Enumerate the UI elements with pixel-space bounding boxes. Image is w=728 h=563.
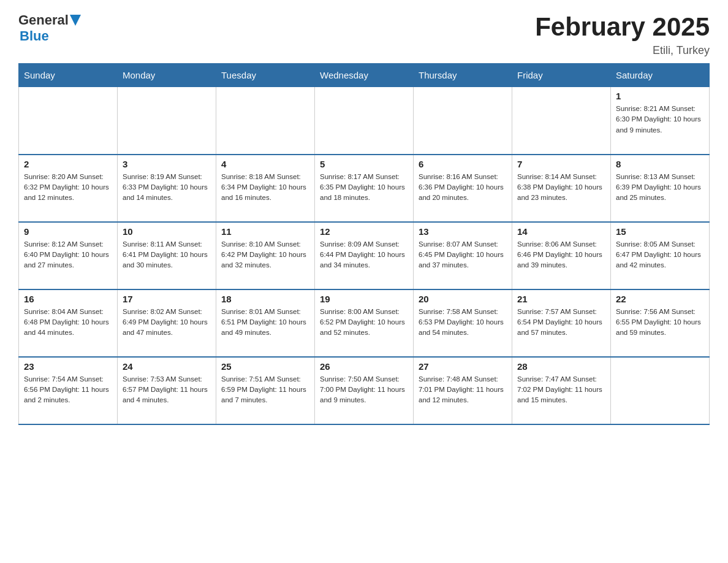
logo-general-text: General	[18, 12, 69, 28]
day-number: 20	[419, 294, 507, 304]
calendar-day-cell: 11Sunrise: 8:10 AM Sunset: 6:42 PM Dayli…	[216, 222, 315, 289]
day-info: Sunrise: 7:48 AM Sunset: 7:01 PM Dayligh…	[419, 374, 507, 406]
day-number: 27	[419, 361, 507, 372]
day-number: 6	[419, 159, 507, 169]
day-info: Sunrise: 7:56 AM Sunset: 6:55 PM Dayligh…	[616, 307, 704, 339]
day-number: 5	[320, 159, 408, 169]
day-info: Sunrise: 7:47 AM Sunset: 7:02 PM Dayligh…	[517, 374, 605, 406]
calendar-day-cell: 8Sunrise: 8:13 AM Sunset: 6:39 PM Daylig…	[611, 155, 710, 222]
day-number: 26	[320, 361, 408, 372]
calendar-day-cell: 9Sunrise: 8:12 AM Sunset: 6:40 PM Daylig…	[19, 222, 118, 289]
weekday-header-friday: Friday	[512, 64, 611, 87]
calendar-day-cell: 14Sunrise: 8:06 AM Sunset: 6:46 PM Dayli…	[512, 222, 611, 289]
weekday-header-saturday: Saturday	[611, 64, 710, 87]
day-info: Sunrise: 8:01 AM Sunset: 6:51 PM Dayligh…	[221, 307, 309, 339]
day-info: Sunrise: 8:21 AM Sunset: 6:30 PM Dayligh…	[616, 104, 704, 136]
calendar-day-cell: 7Sunrise: 8:14 AM Sunset: 6:38 PM Daylig…	[512, 155, 611, 222]
day-number: 10	[123, 226, 211, 237]
day-number: 14	[517, 226, 605, 237]
location-label: Etili, Turkey	[535, 44, 710, 57]
day-info: Sunrise: 8:11 AM Sunset: 6:41 PM Dayligh…	[123, 239, 211, 271]
day-info: Sunrise: 8:09 AM Sunset: 6:44 PM Dayligh…	[320, 239, 408, 271]
calendar-day-cell: 4Sunrise: 8:18 AM Sunset: 6:34 PM Daylig…	[216, 155, 315, 222]
calendar-day-cell	[216, 87, 315, 155]
weekday-header-thursday: Thursday	[414, 64, 512, 87]
logo-arrow-icon	[70, 15, 81, 26]
day-info: Sunrise: 8:07 AM Sunset: 6:45 PM Dayligh…	[419, 239, 507, 271]
calendar-day-cell: 18Sunrise: 8:01 AM Sunset: 6:51 PM Dayli…	[216, 289, 315, 357]
day-number: 21	[517, 294, 605, 304]
calendar-day-cell: 27Sunrise: 7:48 AM Sunset: 7:01 PM Dayli…	[414, 357, 512, 424]
calendar-day-cell: 17Sunrise: 8:02 AM Sunset: 6:49 PM Dayli…	[118, 289, 216, 357]
title-section: February 2025 Etili, Turkey	[535, 12, 710, 57]
calendar-day-cell: 19Sunrise: 8:00 AM Sunset: 6:52 PM Dayli…	[315, 289, 414, 357]
calendar-day-cell	[414, 87, 512, 155]
logo-blue-text: Blue	[20, 28, 49, 44]
day-number: 7	[517, 159, 605, 169]
calendar-day-cell: 26Sunrise: 7:50 AM Sunset: 7:00 PM Dayli…	[315, 357, 414, 424]
calendar-day-cell	[611, 357, 710, 424]
day-number: 2	[24, 159, 112, 169]
weekday-header-row: SundayMondayTuesdayWednesdayThursdayFrid…	[19, 64, 710, 87]
calendar-day-cell: 24Sunrise: 7:53 AM Sunset: 6:57 PM Dayli…	[118, 357, 216, 424]
calendar-day-cell: 15Sunrise: 8:05 AM Sunset: 6:47 PM Dayli…	[611, 222, 710, 289]
weekday-header-wednesday: Wednesday	[315, 64, 414, 87]
day-info: Sunrise: 8:12 AM Sunset: 6:40 PM Dayligh…	[24, 239, 112, 271]
day-info: Sunrise: 8:20 AM Sunset: 6:32 PM Dayligh…	[24, 172, 112, 204]
calendar-table: SundayMondayTuesdayWednesdayThursdayFrid…	[18, 63, 710, 425]
day-info: Sunrise: 7:50 AM Sunset: 7:00 PM Dayligh…	[320, 374, 408, 406]
day-number: 15	[616, 226, 704, 237]
calendar-week-row: 23Sunrise: 7:54 AM Sunset: 6:56 PM Dayli…	[19, 357, 710, 424]
day-info: Sunrise: 8:04 AM Sunset: 6:48 PM Dayligh…	[24, 307, 112, 339]
calendar-week-row: 16Sunrise: 8:04 AM Sunset: 6:48 PM Dayli…	[19, 289, 710, 357]
calendar-week-row: 2Sunrise: 8:20 AM Sunset: 6:32 PM Daylig…	[19, 155, 710, 222]
calendar-day-cell: 12Sunrise: 8:09 AM Sunset: 6:44 PM Dayli…	[315, 222, 414, 289]
day-number: 1	[616, 91, 704, 101]
calendar-day-cell: 3Sunrise: 8:19 AM Sunset: 6:33 PM Daylig…	[118, 155, 216, 222]
day-number: 23	[24, 361, 112, 372]
weekday-header-monday: Monday	[118, 64, 216, 87]
day-number: 25	[221, 361, 309, 372]
day-info: Sunrise: 8:06 AM Sunset: 6:46 PM Dayligh…	[517, 239, 605, 271]
calendar-week-row: 1Sunrise: 8:21 AM Sunset: 6:30 PM Daylig…	[19, 87, 710, 155]
calendar-day-cell: 20Sunrise: 7:58 AM Sunset: 6:53 PM Dayli…	[414, 289, 512, 357]
calendar-day-cell: 21Sunrise: 7:57 AM Sunset: 6:54 PM Dayli…	[512, 289, 611, 357]
day-number: 22	[616, 294, 704, 304]
day-number: 24	[123, 361, 211, 372]
day-number: 8	[616, 159, 704, 169]
day-number: 4	[221, 159, 309, 169]
day-info: Sunrise: 8:13 AM Sunset: 6:39 PM Dayligh…	[616, 172, 704, 204]
calendar-day-cell: 5Sunrise: 8:17 AM Sunset: 6:35 PM Daylig…	[315, 155, 414, 222]
day-info: Sunrise: 7:58 AM Sunset: 6:53 PM Dayligh…	[419, 307, 507, 339]
month-title: February 2025	[535, 12, 710, 42]
calendar-day-cell: 22Sunrise: 7:56 AM Sunset: 6:55 PM Dayli…	[611, 289, 710, 357]
day-number: 3	[123, 159, 211, 169]
day-info: Sunrise: 7:54 AM Sunset: 6:56 PM Dayligh…	[24, 374, 112, 406]
day-info: Sunrise: 7:51 AM Sunset: 6:59 PM Dayligh…	[221, 374, 309, 406]
calendar-day-cell: 23Sunrise: 7:54 AM Sunset: 6:56 PM Dayli…	[19, 357, 118, 424]
day-info: Sunrise: 8:19 AM Sunset: 6:33 PM Dayligh…	[123, 172, 211, 204]
weekday-header-sunday: Sunday	[19, 64, 118, 87]
day-info: Sunrise: 8:02 AM Sunset: 6:49 PM Dayligh…	[123, 307, 211, 339]
svg-marker-0	[70, 15, 81, 26]
day-info: Sunrise: 8:18 AM Sunset: 6:34 PM Dayligh…	[221, 172, 309, 204]
calendar-day-cell	[118, 87, 216, 155]
day-info: Sunrise: 8:16 AM Sunset: 6:36 PM Dayligh…	[419, 172, 507, 204]
day-number: 18	[221, 294, 309, 304]
calendar-day-cell: 1Sunrise: 8:21 AM Sunset: 6:30 PM Daylig…	[611, 87, 710, 155]
calendar-week-row: 9Sunrise: 8:12 AM Sunset: 6:40 PM Daylig…	[19, 222, 710, 289]
calendar-day-cell: 16Sunrise: 8:04 AM Sunset: 6:48 PM Dayli…	[19, 289, 118, 357]
day-number: 28	[517, 361, 605, 372]
day-info: Sunrise: 8:10 AM Sunset: 6:42 PM Dayligh…	[221, 239, 309, 271]
calendar-day-cell: 13Sunrise: 8:07 AM Sunset: 6:45 PM Dayli…	[414, 222, 512, 289]
calendar-day-cell: 2Sunrise: 8:20 AM Sunset: 6:32 PM Daylig…	[19, 155, 118, 222]
day-info: Sunrise: 7:57 AM Sunset: 6:54 PM Dayligh…	[517, 307, 605, 339]
day-number: 17	[123, 294, 211, 304]
day-number: 9	[24, 226, 112, 237]
day-number: 11	[221, 226, 309, 237]
day-number: 13	[419, 226, 507, 237]
logo: General Blue	[18, 12, 81, 44]
day-number: 12	[320, 226, 408, 237]
day-info: Sunrise: 8:00 AM Sunset: 6:52 PM Dayligh…	[320, 307, 408, 339]
calendar-day-cell	[512, 87, 611, 155]
